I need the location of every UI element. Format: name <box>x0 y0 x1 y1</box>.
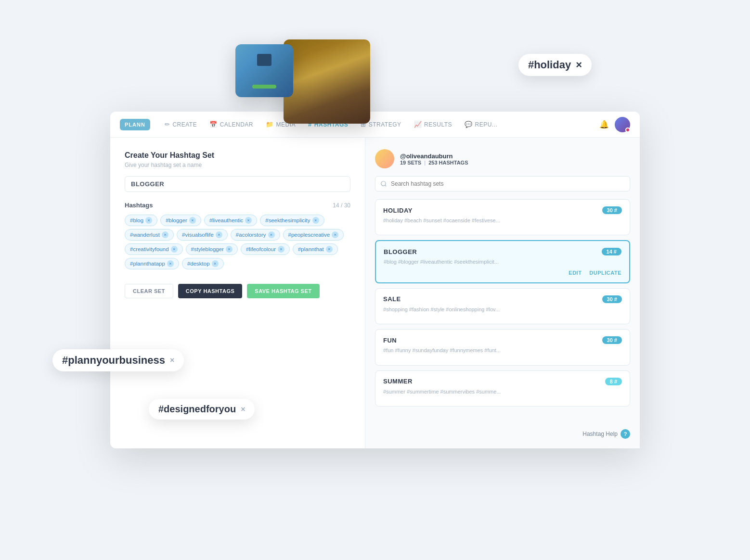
bottom-buttons: CLEAR SET COPY HASHTAGS SAVE HASHTAG SET <box>125 284 350 298</box>
remove-desktop[interactable]: × <box>212 260 219 267</box>
card-header-summer: SUMMER 8 # <box>383 378 622 385</box>
avatar[interactable] <box>615 117 630 132</box>
avatar-instagram-badge <box>625 127 630 132</box>
main-wrapper: #holiday × PLANN ✏ CREATE 📅 CALENDAR 📁 M… <box>0 0 750 560</box>
create-icon: ✏ <box>165 121 170 128</box>
hashtag-set-card-summer[interactable]: SUMMER 8 # #summer #summertime #summervi… <box>375 370 630 407</box>
hashtag-set-card-blogger[interactable]: BLOGGER 14 # #blog #blogger #liveauthent… <box>375 240 630 283</box>
nav-logo[interactable]: PLANN <box>120 119 150 130</box>
nav-bar: PLANN ✏ CREATE 📅 CALENDAR 📁 MEDIA # HASH… <box>110 112 640 138</box>
hashtag-chip-acolorstory[interactable]: #acolorstory × <box>231 229 280 241</box>
results-icon: 📈 <box>414 121 422 128</box>
card-title-sale: SALE <box>383 295 401 303</box>
hashtag-set-card-holiday[interactable]: HOLIDAY 30 # #holiday #beach #sunset #oc… <box>375 199 630 235</box>
remove-plannthat[interactable]: × <box>326 246 333 253</box>
hashtag-chip-seekthesimplicity[interactable]: #seekthesimplicity × <box>260 215 324 226</box>
search-hashtag-sets-input[interactable] <box>375 176 630 191</box>
designedforyou-tag-text: #designedforyou <box>158 404 236 415</box>
holiday-tag-close[interactable]: × <box>576 59 582 71</box>
hashtag-chip-plannthatapp[interactable]: #plannthatapp × <box>125 258 179 269</box>
designedforyou-close[interactable]: × <box>241 405 245 414</box>
nav-item-results[interactable]: 📈 RESULTS <box>409 118 457 131</box>
hashtag-set-name-input[interactable] <box>125 176 350 192</box>
remove-seekthesimplicity[interactable]: × <box>312 217 319 224</box>
hashtag-set-card-sale[interactable]: SALE 30 # #shopping #fashion #style #onl… <box>375 288 630 324</box>
photo-coffee <box>284 39 370 124</box>
card-title-fun: FUN <box>383 337 397 344</box>
profile-info: @oliveandauburn 19 SETS | 253 HASHTAGS <box>400 153 468 165</box>
card-title-holiday: HOLIDAY <box>383 207 413 214</box>
hashtag-chip-liveauthentic[interactable]: #liveauthentic × <box>204 215 257 226</box>
profile-header: @oliveandauburn 19 SETS | 253 HASHTAGS <box>375 149 630 168</box>
repu-icon: 💬 <box>465 121 473 128</box>
section-subtitle: Give your hashtag set a name <box>125 162 350 168</box>
card-badge-summer: 8 # <box>605 378 622 385</box>
card-badge-blogger: 14 # <box>602 248 621 255</box>
card-hashtags-blogger: #blog #blogger #liveauthentic #seekthesi… <box>384 258 621 266</box>
clear-set-button[interactable]: CLEAR SET <box>125 284 173 298</box>
hashtags-label: Hashtags <box>125 202 153 209</box>
bell-icon[interactable]: 🔔 <box>599 120 609 129</box>
card-header-sale: SALE 30 # <box>383 295 622 303</box>
card-title-blogger: BLOGGER <box>384 248 417 255</box>
nav-right: 🔔 <box>599 117 630 132</box>
nav-item-create[interactable]: ✏ CREATE <box>160 118 202 131</box>
holiday-tag-text: #holiday <box>528 59 571 71</box>
hashtags-count: 14 / 30 <box>333 202 350 209</box>
card-header-blogger: BLOGGER 14 # <box>384 248 621 255</box>
profile-avatar <box>375 149 394 168</box>
remove-blog[interactable]: × <box>145 217 152 224</box>
floating-tag-plannyourbusiness[interactable]: #plannyourbusiness × <box>52 349 184 371</box>
profile-stats: 19 SETS | 253 HASHTAGS <box>400 160 468 165</box>
hashtag-help-button[interactable]: Hashtag Help ? <box>582 429 630 439</box>
nav-item-calendar[interactable]: 📅 CALENDAR <box>205 118 258 131</box>
card-title-summer: SUMMER <box>383 378 413 385</box>
nav-items: ✏ CREATE 📅 CALENDAR 📁 MEDIA # HASHTAGS ⊞ <box>160 118 599 131</box>
hashtag-chip-styleblogger[interactable]: #styleblogger × <box>186 243 238 255</box>
remove-peoplescreative[interactable]: × <box>332 231 338 238</box>
remove-liveauthentic[interactable]: × <box>245 217 252 224</box>
hashtag-chip-blog[interactable]: #blog × <box>125 215 157 226</box>
floating-tag-designedforyou[interactable]: #designedforyou × <box>149 399 255 420</box>
save-hashtag-set-button[interactable]: SAVE HASHTAG SET <box>247 284 319 298</box>
hashtag-chip-lifeofcolour[interactable]: #lifeofcolour × <box>241 243 290 255</box>
section-title: Create Your Hashtag Set <box>125 151 350 160</box>
card-badge-holiday: 30 # <box>602 206 622 214</box>
remove-blogger[interactable]: × <box>189 217 196 224</box>
edit-button-blogger[interactable]: EDIT <box>569 270 582 276</box>
help-circle-icon: ? <box>621 429 630 439</box>
nav-item-repu[interactable]: 💬 REPU... <box>460 118 502 131</box>
card-actions-blogger: EDIT DUPLICATE <box>384 270 621 276</box>
plannyourbusiness-close[interactable]: × <box>170 356 174 365</box>
right-panel: @oliveandauburn 19 SETS | 253 HASHTAGS <box>365 138 640 448</box>
hashtag-chip-wanderlust[interactable]: #wanderlust × <box>125 229 174 241</box>
remove-wanderlust[interactable]: × <box>162 231 168 238</box>
card-header-fun: FUN 30 # <box>383 336 622 344</box>
card-badge-sale: 30 # <box>602 295 622 303</box>
remove-styleblogger[interactable]: × <box>226 246 233 253</box>
copy-hashtags-button[interactable]: COPY HASHTAGS <box>178 284 242 298</box>
remove-lifeofcolour[interactable]: × <box>278 246 284 253</box>
hashtag-chip-creativityfound[interactable]: #creativityfound × <box>125 243 183 255</box>
remove-creativityfound[interactable]: × <box>171 246 178 253</box>
calendar-icon: 📅 <box>209 121 218 128</box>
hashtag-chip-visualsoflife[interactable]: #visualsoflife × <box>177 229 228 241</box>
floating-tag-holiday[interactable]: #holiday × <box>518 54 592 76</box>
hashtag-chip-peoplescreative[interactable]: #peoplescreative × <box>283 229 344 241</box>
hashtag-chip-plannthat[interactable]: #plannthat × <box>293 243 338 255</box>
duplicate-button-blogger[interactable]: DUPLICATE <box>589 270 621 276</box>
card-hashtags-holiday: #holiday #beach #sunset #ocaenside #fest… <box>383 217 622 224</box>
hashtag-chip-blogger[interactable]: #blogger × <box>160 215 201 226</box>
remove-acolorstory[interactable]: × <box>268 231 275 238</box>
hashtag-chip-desktop[interactable]: #desktop × <box>182 258 224 269</box>
hashtag-set-card-fun[interactable]: FUN 30 # #fun #funny #sundayfunday #funn… <box>375 329 630 365</box>
card-header-holiday: HOLIDAY 30 # <box>383 206 622 214</box>
hashtags-grid: #blog × #blogger × #liveauthentic × #see… <box>125 215 350 269</box>
remove-visualsoflife[interactable]: × <box>216 231 222 238</box>
hashtags-header: Hashtags 14 / 30 <box>125 202 350 209</box>
remove-plannthatapp[interactable]: × <box>167 260 174 267</box>
profile-name: @oliveandauburn <box>400 153 468 160</box>
card-hashtags-summer: #summer #summertime #summervibes #summe.… <box>383 388 622 395</box>
media-icon: 📁 <box>266 121 274 128</box>
card-hashtags-fun: #fun #funny #sundayfunday #funnymemes #f… <box>383 347 622 354</box>
